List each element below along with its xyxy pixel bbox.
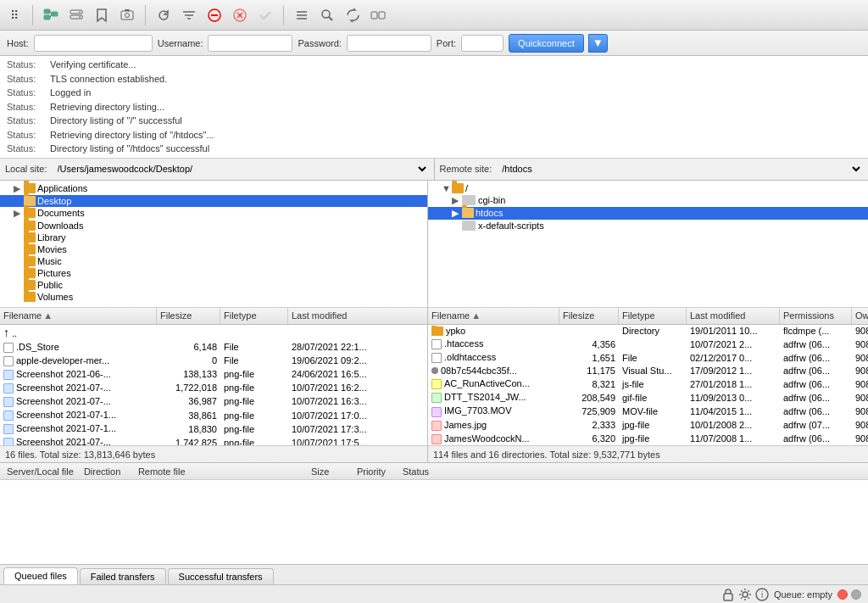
remote-file-ac-run[interactable]: AC_RunActiveCon... 8,321 js-file 27/01/2… [428,377,868,391]
tab-successful-transfers[interactable]: Successful transfers [168,568,274,584]
svg-rect-1 [44,15,50,20]
compare-icon[interactable] [369,6,387,25]
host-input[interactable] [34,35,153,52]
local-tree: ▶ Applications Desktop ▶ Documents Downl… [0,181,427,308]
site-manager-icon[interactable] [42,6,60,25]
remote-header-filename[interactable]: Filename ▲ [428,308,559,324]
remote-file-jamesn[interactable]: JamesWoodcockN... 6,320 jpg-file 11/07/2… [428,433,868,445]
tree-item-desktop[interactable]: Desktop [0,195,427,207]
remote-file-ypko[interactable]: ypko Directory 19/01/2011 10... flcdmpe … [428,325,868,338]
tree-item-volumes[interactable]: Volumes [0,291,427,303]
local-file-ss1[interactable]: Screenshot 2021-06-... 138,133 png-file … [0,368,427,382]
local-file-ss4[interactable]: Screenshot 2021-07-1... 38,861 png-file … [0,409,427,422]
grid-icon[interactable]: ⠿ [5,6,24,25]
red-light[interactable] [837,589,848,600]
local-panel: ▶ Applications Desktop ▶ Documents Downl… [0,181,428,463]
transfer-col-server: Server/Local file [3,466,77,477]
footer-icons: i [721,588,769,601]
local-file-ss3[interactable]: Screenshot 2021-07-... 36,987 png-file 1… [0,395,427,409]
filter-icon[interactable] [180,6,198,25]
remote-panel: ▼ / ▶ cgi-bin ▶ htdocs x-defau [428,181,868,463]
site-bars: Local site: /Users/jameswoodcock/Desktop… [0,159,868,181]
tree-item-cgi-bin[interactable]: ▶ cgi-bin [428,194,868,207]
remote-path-dropdown[interactable]: /htdocs [495,160,863,177]
local-file-ss6[interactable]: Screenshot 2021-07-... 1,742,825 png-fil… [0,436,427,445]
refresh-icon[interactable] [154,6,173,25]
transfer-col-priority: Priority [353,466,396,477]
gear-icon[interactable] [738,588,752,601]
local-file-ss5[interactable]: Screenshot 2021-07-1... 18,830 png-file … [0,422,427,436]
remote-header-owner[interactable]: Owner/Group [852,308,868,324]
host-label: Host: [7,38,29,48]
local-header-filetype[interactable]: Filetype [220,308,288,324]
remote-file-htaccess[interactable]: .htaccess 4,356 10/07/2021 2... adfrw (0… [428,338,868,351]
local-site-label: Local site: [5,164,47,174]
tree-item-applications[interactable]: ▶ Applications [0,182,427,195]
server-manager-icon[interactable] [67,6,86,25]
svg-rect-2 [52,12,58,16]
username-input[interactable] [208,35,292,52]
status-footer: i Queue: empty [0,584,868,603]
local-file-ss2[interactable]: Screenshot 2021-07-... 1,722,018 png-fil… [0,382,427,395]
remote-header-modified[interactable]: Last modified [687,308,780,324]
main-content: ▶ Applications Desktop ▶ Documents Downl… [0,181,868,463]
separator-3 [283,5,284,25]
local-header-filename[interactable]: Filename ▲ [0,308,157,324]
tree-item-public[interactable]: Public [0,279,427,291]
tree-item-htdocs[interactable]: ▶ htdocs [428,207,868,220]
screenshot-icon[interactable] [118,6,136,25]
local-file-ds-store[interactable]: .DS_Store 6,148 File 28/07/2021 22:1... [0,341,427,355]
tree-item-library[interactable]: Library [0,232,427,243]
stop-all-icon[interactable] [231,6,249,25]
remote-header-permissions[interactable]: Permissions [780,308,852,324]
search-icon[interactable] [318,6,337,25]
local-header-modified[interactable]: Last modified [288,308,420,324]
tree-item-pictures[interactable]: Pictures [0,267,427,279]
local-file-apple[interactable]: apple-developer-mer... 0 File 19/06/2021… [0,355,427,368]
quickconnect-button[interactable]: Quickconnect [509,34,584,53]
bookmark-icon[interactable] [92,6,111,25]
remote-header-filetype[interactable]: Filetype [619,308,687,324]
tree-item-documents[interactable]: ▶ Documents [0,207,427,220]
quickconnect-dropdown[interactable]: ▼ [588,34,608,53]
transfer-header: Server/Local file Direction Remote file … [0,463,868,480]
transfer-body [0,480,868,564]
transfer-col-status: Status [399,466,467,477]
local-path-dropdown[interactable]: /Users/jameswoodcock/Desktop/ [51,160,429,177]
tab-queued-files[interactable]: Queued files [3,567,78,584]
svg-point-23 [322,10,330,18]
remote-file-oldhtaccess[interactable]: .oldhtaccess 1,651 File 02/12/2017 0... … [428,351,868,365]
tree-item-root[interactable]: ▼ / [428,182,868,194]
green-light[interactable] [851,589,861,600]
remote-count-bar: 114 files and 16 directories. Total size… [428,445,868,462]
check-icon[interactable] [256,6,275,25]
local-file-up[interactable]: ↑ .. [0,325,427,341]
status-line-1: Status: Verifying certificate... [7,58,861,72]
tree-item-x-default[interactable]: x-default-scripts [428,220,868,232]
remote-header-filesize[interactable]: Filesize [559,308,619,324]
tree-item-downloads[interactable]: Downloads [0,220,427,232]
bottom-tabs: Queued files Failed transfers Successful… [0,564,868,584]
tab-failed-transfers[interactable]: Failed transfers [80,568,166,584]
port-input[interactable] [461,35,504,52]
svg-line-24 [329,17,332,20]
stop-icon[interactable] [205,6,224,25]
transfer-col-direction: Direction [81,466,131,477]
svg-point-8 [79,16,81,18]
password-input[interactable] [347,35,431,52]
remote-file-08b7[interactable]: 08b7c544cbc35f... 11,175 Visual Stu... 1… [428,365,868,377]
svg-point-28 [743,592,748,597]
local-header-filesize[interactable]: Filesize [157,308,220,324]
port-label: Port: [437,38,456,48]
connection-bar: Host: Username: Password: Port: Quickcon… [0,31,868,56]
queue-manager-icon[interactable] [292,6,311,25]
remote-file-dtt[interactable]: DTT_TS2014_JW... 208,549 gif-file 11/09/… [428,391,868,405]
remote-file-img[interactable]: IMG_7703.MOV 725,909 MOV-file 11/04/2015… [428,405,868,418]
remote-file-james[interactable]: James.jpg 2,333 jpg-file 10/01/2008 2...… [428,419,868,433]
sync-icon[interactable] [343,6,362,25]
local-site-bar: Local site: /Users/jameswoodcock/Desktop… [0,159,435,180]
separator-2 [145,5,146,25]
svg-text:i: i [761,590,763,600]
tree-item-movies[interactable]: Movies [0,243,427,255]
tree-item-music[interactable]: Music [0,255,427,267]
